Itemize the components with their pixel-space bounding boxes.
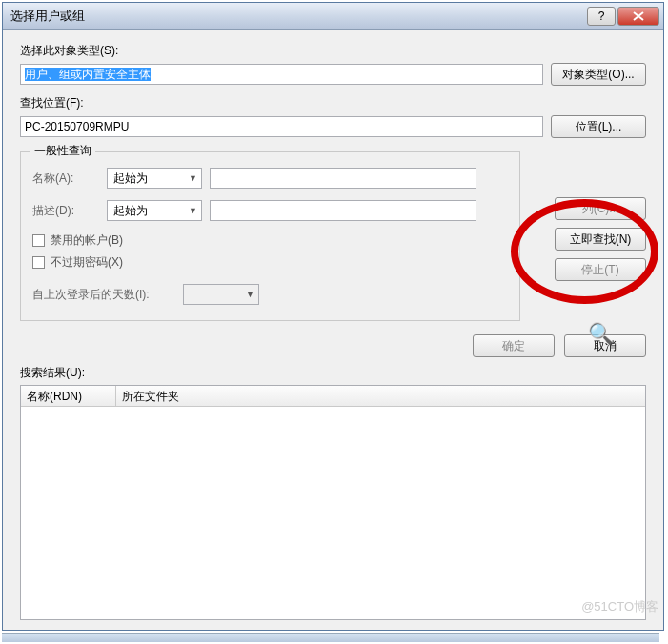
- from-location-label: 查找位置(F):: [20, 95, 646, 111]
- side-button-column: 列(C)... 立即查找(N) 停止(T) 🔍: [555, 197, 646, 347]
- columns-button[interactable]: 列(C)...: [555, 197, 646, 220]
- col-name-header[interactable]: 名称(RDN): [21, 386, 116, 406]
- object-type-label: 选择此对象类型(S):: [20, 43, 646, 59]
- disabled-accounts-label: 禁用的帐户(B): [51, 232, 123, 249]
- close-button[interactable]: [617, 7, 659, 26]
- grid-header: 名称(RDN) 所在文件夹: [21, 386, 645, 407]
- chevron-down-icon: ▼: [246, 290, 254, 299]
- titlebar: 选择用户或组 ?: [3, 3, 663, 30]
- taskbar-fragment: [2, 633, 659, 642]
- search-icon: 🔍: [588, 322, 614, 347]
- ok-button[interactable]: 确定: [473, 334, 555, 357]
- description-match-combo[interactable]: 起始为 ▼: [107, 200, 202, 221]
- object-type-field[interactable]: 用户、组或内置安全主体: [20, 64, 543, 85]
- help-button[interactable]: ?: [587, 7, 616, 26]
- watermark: @51CTO博客: [581, 598, 658, 615]
- chevron-down-icon: ▼: [189, 173, 197, 183]
- description-label: 描述(D):: [32, 203, 99, 219]
- find-now-button[interactable]: 立即查找(N): [555, 228, 646, 251]
- disabled-accounts-checkbox[interactable]: [32, 234, 45, 247]
- non-expiring-pw-label: 不过期密码(X): [51, 254, 123, 271]
- grid-body[interactable]: [21, 407, 645, 619]
- results-grid: 名称(RDN) 所在文件夹: [20, 385, 646, 620]
- general-query-group: 一般性查询 名称(A): 起始为 ▼ 描述(D): 起始为 ▼ 禁用的: [20, 151, 520, 321]
- object-types-button[interactable]: 对象类型(O)...: [551, 63, 646, 86]
- locations-button[interactable]: 位置(L)...: [551, 115, 646, 138]
- dialog-title: 选择用户或组: [10, 8, 585, 25]
- description-input[interactable]: [210, 200, 476, 221]
- name-input[interactable]: [210, 168, 476, 189]
- name-match-value: 起始为: [113, 171, 148, 187]
- days-since-login-label: 自上次登录后的天数(I):: [32, 287, 175, 303]
- name-match-combo[interactable]: 起始为 ▼: [107, 168, 202, 189]
- non-expiring-pw-checkbox[interactable]: [32, 256, 45, 269]
- close-icon: [633, 11, 644, 21]
- days-since-login-combo[interactable]: ▼: [183, 284, 259, 305]
- search-results-label: 搜索结果(U):: [20, 365, 646, 381]
- chevron-down-icon: ▼: [189, 206, 197, 215]
- description-match-value: 起始为: [113, 203, 148, 219]
- col-folder-header[interactable]: 所在文件夹: [116, 386, 645, 406]
- name-label: 名称(A):: [32, 171, 99, 187]
- general-query-legend: 一般性查询: [30, 143, 95, 159]
- from-location-value: PC-20150709RMPU: [25, 120, 129, 133]
- select-user-group-dialog: 选择用户或组 ? 选择此对象类型(S): 用户、组或内置安全主体 对象类型(O)…: [2, 2, 664, 631]
- dialog-body: 选择此对象类型(S): 用户、组或内置安全主体 对象类型(O)... 查找位置(…: [3, 30, 663, 630]
- stop-button[interactable]: 停止(T): [555, 258, 646, 281]
- from-location-field[interactable]: PC-20150709RMPU: [20, 116, 543, 137]
- object-type-value: 用户、组或内置安全主体: [25, 68, 151, 81]
